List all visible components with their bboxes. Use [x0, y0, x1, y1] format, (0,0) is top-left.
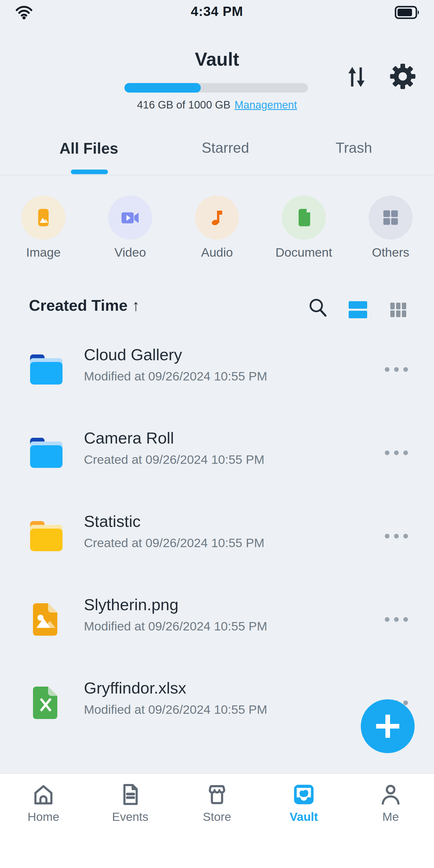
spreadsheet-file-icon	[27, 684, 65, 722]
nav-label-store: Store	[203, 810, 231, 824]
vault-screen: 4:34 PM Vault 416 GB of	[0, 0, 434, 868]
file-name: Statistic	[84, 512, 265, 531]
document-category-icon	[292, 206, 315, 229]
category-video[interactable]: Video	[87, 195, 174, 259]
nav-item-events[interactable]: Events	[87, 774, 174, 868]
nav-item-me[interactable]: Me	[347, 774, 434, 868]
file-row[interactable]: Camera Roll Created at 09/26/2024 10:55 …	[0, 411, 434, 494]
file-meta: Created at 09/26/2024 10:55 PM	[84, 536, 265, 550]
file-row[interactable]: Cloud Gallery Modified at 09/26/2024 10:…	[0, 328, 434, 411]
tab-starred[interactable]: Starred	[202, 140, 249, 156]
file-meta: Modified at 09/26/2024 10:55 PM	[84, 619, 267, 633]
add-file-fab[interactable]	[361, 699, 414, 753]
category-video-label: Video	[114, 245, 146, 259]
storage-progress-fill	[124, 83, 201, 93]
category-audio-label: Audio	[201, 245, 233, 259]
active-tab-indicator	[71, 169, 108, 174]
category-image-label: Image	[26, 245, 61, 259]
image-category-icon	[32, 206, 55, 229]
more-options-icon[interactable]	[385, 617, 408, 622]
sort-selector[interactable]: Created Time ↑	[29, 296, 140, 314]
nav-label-vault: Vault	[290, 810, 318, 824]
store-icon	[204, 781, 230, 808]
more-options-icon[interactable]	[385, 451, 408, 455]
file-meta: Created at 09/26/2024 10:55 PM	[84, 453, 265, 467]
sort-field-label: Created Time	[29, 297, 128, 314]
nav-item-vault[interactable]: Vault	[260, 774, 347, 868]
category-others[interactable]: Others	[347, 195, 434, 259]
more-options-icon[interactable]	[385, 534, 408, 538]
folder-blue-icon	[27, 434, 65, 472]
search-icon[interactable]	[307, 297, 329, 318]
tabs-divider	[0, 175, 434, 175]
status-time: 4:34 PM	[0, 3, 434, 19]
list-view-icon[interactable]	[347, 298, 369, 320]
others-category-icon	[379, 206, 402, 229]
plus-icon	[373, 712, 402, 741]
file-name: Cloud Gallery	[84, 345, 267, 364]
more-options-icon[interactable]	[385, 367, 408, 372]
battery-icon	[395, 6, 421, 19]
category-audio[interactable]: Audio	[174, 195, 260, 259]
file-name: Slytherin.png	[84, 595, 267, 614]
category-document-label: Document	[275, 245, 332, 259]
bottom-nav: Home Events Store	[0, 773, 434, 868]
sort-order-icon[interactable]	[344, 64, 369, 90]
folder-blue-icon	[27, 350, 65, 389]
file-name: Camera Roll	[84, 429, 265, 447]
grid-view-icon[interactable]	[388, 299, 408, 320]
audio-category-icon	[206, 206, 228, 229]
storage-summary: 416 GB of 1000 GBManagement	[0, 99, 434, 111]
file-meta: Modified at 09/26/2024 10:55 PM	[84, 369, 267, 383]
status-bar: 4:34 PM	[0, 0, 434, 26]
tab-all-files[interactable]: All Files	[59, 140, 118, 157]
file-row[interactable]: Slytherin.png Modified at 09/26/2024 10:…	[0, 578, 434, 661]
storage-used-text: 416 GB of 1000 GB	[137, 99, 230, 111]
management-link[interactable]: Management	[235, 99, 297, 111]
nav-label-events: Events	[112, 810, 148, 824]
events-icon	[117, 781, 144, 808]
storage-progress-bar	[124, 83, 308, 93]
vault-icon	[290, 781, 317, 808]
category-others-label: Others	[372, 245, 409, 259]
sort-direction-arrow-icon: ↑	[132, 297, 140, 314]
tab-trash[interactable]: Trash	[336, 140, 372, 156]
file-name: Gryffindor.xlsx	[84, 679, 267, 697]
nav-item-store[interactable]: Store	[174, 774, 260, 868]
image-file-icon	[27, 600, 65, 639]
nav-label-me: Me	[382, 810, 399, 824]
file-meta: Modified at 09/26/2024 10:55 PM	[84, 703, 267, 717]
home-icon	[30, 781, 57, 808]
nav-item-home[interactable]: Home	[0, 774, 87, 868]
me-icon	[377, 781, 404, 808]
video-category-icon	[119, 206, 142, 229]
category-document[interactable]: Document	[260, 195, 347, 259]
file-row[interactable]: Statistic Created at 09/26/2024 10:55 PM	[0, 494, 434, 578]
category-image[interactable]: Image	[0, 195, 87, 259]
category-filter-row: Image Video Audio	[0, 195, 434, 259]
folder-yellow-icon	[27, 517, 65, 555]
settings-gear-icon[interactable]	[390, 63, 416, 90]
nav-label-home: Home	[28, 810, 59, 824]
